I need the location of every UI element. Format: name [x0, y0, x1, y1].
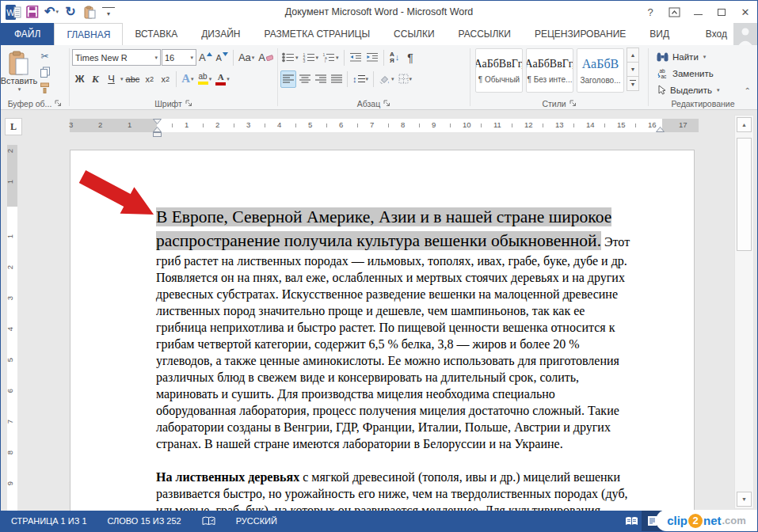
font-color-button[interactable]: А▾: [214, 70, 231, 88]
italic-button[interactable]: К: [88, 70, 103, 88]
grow-font-button[interactable]: А: [197, 49, 214, 66]
word-count[interactable]: СЛОВО 15 ИЗ 252: [97, 511, 192, 531]
text-effects-button[interactable]: А▾: [180, 70, 195, 88]
style-card-3[interactable]: АаБбВЗаголово...: [577, 48, 624, 93]
tab-вид[interactable]: ВИД: [638, 23, 681, 45]
first-line-indent-marker[interactable]: [153, 119, 162, 124]
tab-рецензирование[interactable]: РЕЦЕНЗИРОВАНИЕ: [523, 23, 638, 45]
font-dialog-launcher[interactable]: [185, 100, 192, 107]
horizontal-ruler[interactable]: 3211234567891011121314151617: [70, 119, 699, 132]
sign-in-link[interactable]: Вход: [706, 28, 727, 40]
vertical-ruler[interactable]: 21123456789: [7, 145, 17, 512]
ruler-number: 2: [215, 120, 219, 129]
left-indent-marker[interactable]: [153, 132, 162, 137]
paragraph-dialog-launcher[interactable]: [383, 100, 390, 107]
undo-icon[interactable]: ↶▾: [44, 3, 59, 21]
help-icon[interactable]: ?: [638, 1, 662, 23]
numbering-button[interactable]: 123▾: [301, 49, 321, 66]
proofing-icon[interactable]: [192, 511, 226, 531]
highlight-button[interactable]: ab▾: [196, 70, 214, 88]
bold-button[interactable]: Ж: [72, 70, 87, 88]
multilevel-list-button[interactable]: 1ai▾: [321, 49, 341, 66]
line-spacing-button[interactable]: ↕▾: [351, 70, 370, 88]
styles-dialog-launcher[interactable]: [569, 100, 577, 107]
align-left-button[interactable]: [280, 70, 296, 88]
language-indicator[interactable]: РУССКИЙ: [226, 511, 288, 531]
page-indicator[interactable]: СТРАНИЦА 1 ИЗ 1: [1, 511, 97, 531]
clear-formatting-button[interactable]: А: [257, 49, 275, 66]
strikethrough-button[interactable]: abc: [124, 70, 142, 88]
cut-icon[interactable]: ✂: [37, 49, 52, 63]
replace-button[interactable]: abac Заменить: [657, 66, 720, 81]
find-button[interactable]: Найти▾: [657, 49, 720, 64]
tab-list: ФАЙЛГЛАВНАЯВСТАВКАДИЗАЙНРАЗМЕТКА СТРАНИЦ…: [1, 23, 681, 45]
avatar[interactable]: [733, 23, 757, 45]
scroll-up-icon[interactable]: ▲: [737, 117, 752, 132]
tab-stop-selector[interactable]: L: [5, 118, 22, 135]
superscript-button[interactable]: x2: [158, 70, 173, 88]
right-indent-marker[interactable]: [656, 127, 665, 132]
close-icon[interactable]: ✕: [733, 1, 757, 23]
increase-indent-button[interactable]: [364, 49, 380, 66]
redo-icon[interactable]: ↻: [63, 3, 78, 21]
paragraph-2-lead[interactable]: На лиственных деревьях: [156, 470, 299, 484]
style-card-1[interactable]: АаБбВвГг,¶ Обычный: [475, 48, 523, 93]
tab-вставка[interactable]: ВСТАВКА: [123, 23, 189, 45]
tab-рассылки[interactable]: РАССЫЛКИ: [447, 23, 523, 45]
save-icon[interactable]: [25, 3, 40, 21]
style-scroll-down-icon[interactable]: ▼: [627, 62, 639, 77]
selected-text[interactable]: В Европе, Северной Америке, Азии и в наш…: [156, 207, 611, 250]
page[interactable]: В Европе, Северной Америке, Азии и в наш…: [70, 150, 695, 512]
word-logo-icon[interactable]: W: [6, 3, 21, 21]
vertical-scrollbar[interactable]: ▲ ▼: [734, 115, 754, 509]
read-mode-icon[interactable]: [621, 511, 642, 531]
account-area: Вход: [706, 23, 757, 45]
hanging-indent-marker[interactable]: [153, 127, 162, 132]
scroll-down-icon[interactable]: ▼: [737, 492, 752, 507]
tab-главная[interactable]: ГЛАВНАЯ: [54, 23, 123, 45]
shading-button[interactable]: ▾: [377, 70, 396, 88]
paragraph-1[interactable]: В Европе, Северной Америке, Азии и в наш…: [156, 205, 637, 452]
change-case-button[interactable]: Aa▾: [237, 49, 256, 66]
tab-разметка-страницы[interactable]: РАЗМЕТКА СТРАНИЦЫ: [253, 23, 383, 45]
select-button[interactable]: Выделить▾: [657, 82, 720, 97]
ruler-number: 9: [6, 481, 14, 485]
paragraph-2[interactable]: На лиственных деревьях с мягкой древесин…: [156, 469, 637, 512]
show-marks-button[interactable]: ¶: [403, 49, 418, 66]
style-scroll-up-icon[interactable]: ▲: [627, 48, 639, 63]
qat-customize-icon[interactable]: ▾: [101, 3, 116, 21]
document-text[interactable]: В Европе, Северной Америке, Азии и в наш…: [156, 205, 637, 512]
sort-button[interactable]: АЯ↓: [387, 49, 402, 66]
paste-touch-icon[interactable]: [82, 3, 97, 21]
paste-button[interactable]: Вставить▾: [1, 47, 37, 96]
clipboard-dialog-launcher[interactable]: [55, 100, 62, 107]
ruler-number: 17: [679, 120, 688, 129]
maximize-icon[interactable]: [710, 1, 733, 23]
font-size-select[interactable]: 16▾: [162, 49, 196, 66]
borders-button[interactable]: ▾: [397, 70, 414, 88]
tab-файл[interactable]: ФАЙЛ: [1, 23, 54, 45]
align-right-button[interactable]: [313, 70, 328, 88]
minimize-icon[interactable]: [686, 1, 710, 23]
underline-caret[interactable]: ▾: [120, 76, 124, 82]
collapse-ribbon-icon[interactable]: ⌃: [745, 86, 751, 95]
ribbon-display-icon[interactable]: [662, 1, 686, 23]
copy-icon[interactable]: [37, 65, 52, 79]
justify-button[interactable]: [329, 70, 344, 88]
align-center-button[interactable]: [297, 70, 312, 88]
font-name-select[interactable]: Times New R▾: [72, 49, 161, 66]
decrease-indent-button[interactable]: [348, 49, 364, 66]
ruler-number: 12: [524, 120, 533, 129]
ruler-number: 3: [6, 296, 14, 300]
paragraph-1-rest[interactable]: Этот гриб растет на лиственных породах —…: [156, 235, 630, 450]
underline-button[interactable]: Ч: [104, 70, 119, 88]
style-card-2[interactable]: АаБбВвГг,¶ Без инте...: [526, 48, 573, 93]
shrink-font-button[interactable]: А: [215, 49, 230, 66]
tab-дизайн[interactable]: ДИЗАЙН: [189, 23, 252, 45]
subscript-button[interactable]: x2: [142, 70, 157, 88]
tab-ссылки[interactable]: ССЫЛКИ: [382, 23, 446, 45]
format-painter-icon[interactable]: [37, 81, 52, 95]
scrollbar-thumb[interactable]: [737, 138, 752, 251]
style-gallery-more-icon[interactable]: ▼: [627, 76, 639, 91]
bullets-button[interactable]: ▾: [280, 49, 300, 66]
